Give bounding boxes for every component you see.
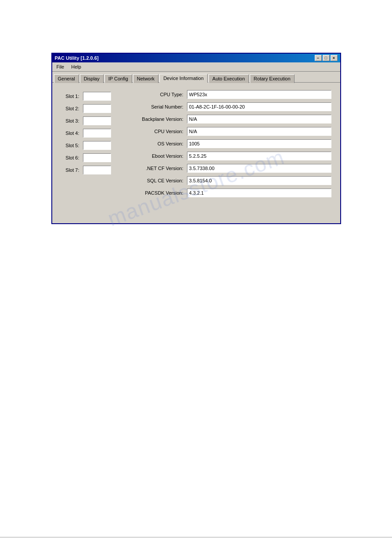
slots-column: Slot 1: Slot 2: Slot 3: Slot 4: Slot 5: (61, 90, 111, 198)
backplane-version-input[interactable] (187, 115, 331, 123)
info-column: CPU Type: Serial Number: Backplane Versi… (120, 90, 331, 198)
slot-2-input[interactable] (83, 104, 111, 113)
slot-5-input[interactable] (83, 141, 111, 150)
tab-device-information[interactable]: Device Information (159, 74, 208, 83)
info-row-pacsdk: PACSDK Version: (120, 188, 331, 198)
info-row-os: OS Version: (120, 139, 331, 149)
minimize-button[interactable]: − (315, 55, 322, 61)
os-version-input[interactable] (187, 139, 331, 148)
sqlce-version-input[interactable] (187, 176, 331, 185)
slot-row-4: Slot 4: (61, 128, 111, 138)
pacsdk-version-label: PACSDK Version: (120, 190, 183, 196)
cpu-version-label: CPU Version: (120, 129, 183, 134)
menu-help[interactable]: Help (68, 63, 84, 70)
title-bar: PAC Utility [1.2.0.6] − □ × (52, 54, 340, 62)
content-area: Slot 1: Slot 2: Slot 3: Slot 4: Slot 5: (52, 83, 340, 223)
serial-number-label: Serial Number: (120, 104, 183, 109)
slot-7-label: Slot 7: (61, 167, 79, 173)
dotnet-version-input[interactable] (187, 164, 331, 173)
cpu-type-input[interactable] (187, 90, 331, 99)
slot-row-5: Slot 5: (61, 141, 111, 150)
close-button[interactable]: × (331, 55, 338, 61)
slot-2-label: Slot 2: (61, 106, 79, 111)
slot-3-label: Slot 3: (61, 118, 79, 123)
title-bar-buttons: − □ × (315, 55, 338, 61)
eboot-version-label: Eboot Version: (120, 153, 183, 159)
cpu-version-input[interactable] (187, 127, 331, 136)
slot-1-label: Slot 1: (61, 94, 79, 99)
main-layout: Slot 1: Slot 2: Slot 3: Slot 4: Slot 5: (61, 90, 331, 198)
info-row-cpu-version: CPU Version: (120, 127, 331, 136)
bottom-separator (0, 537, 392, 537)
tab-auto-execution[interactable]: Auto Execution (209, 74, 249, 83)
info-row-serial: Serial Number: (120, 102, 331, 112)
slot-row-3: Slot 3: (61, 116, 111, 126)
cpu-type-label: CPU Type: (120, 92, 183, 97)
tab-ip-config[interactable]: IP Config (104, 74, 132, 83)
slot-row-6: Slot 6: (61, 153, 111, 163)
info-row-backplane: Backplane Version: (120, 114, 331, 124)
os-version-label: OS Version: (120, 141, 183, 146)
eboot-version-input[interactable] (187, 152, 331, 160)
pacsdk-version-input[interactable] (187, 189, 331, 197)
sqlce-version-label: SQL CE Version: (120, 178, 183, 183)
main-window: PAC Utility [1.2.0.6] − □ × File Help Ge… (51, 53, 341, 224)
tabs-row: General Display IP Config Network Device… (52, 72, 340, 83)
slot-row-1: Slot 1: (61, 91, 111, 101)
dotnet-version-label: .NET CF Version: (120, 166, 183, 171)
slot-1-input[interactable] (83, 92, 111, 101)
menu-bar: File Help (52, 62, 340, 72)
maximize-button[interactable]: □ (323, 55, 330, 61)
serial-number-input[interactable] (187, 102, 331, 111)
slot-6-label: Slot 6: (61, 155, 79, 160)
tab-network[interactable]: Network (133, 74, 158, 83)
slot-4-label: Slot 4: (61, 131, 79, 136)
slot-6-input[interactable] (83, 153, 111, 162)
slot-row-7: Slot 7: (61, 165, 111, 175)
window-title: PAC Utility [1.2.0.6] (55, 55, 99, 61)
tab-display[interactable]: Display (80, 74, 104, 83)
info-row-cpu-type: CPU Type: (120, 90, 331, 99)
slot-7-input[interactable] (83, 166, 111, 174)
tab-rotary-execution[interactable]: Rotary Execution (250, 74, 295, 83)
info-row-sqlce: SQL CE Version: (120, 176, 331, 185)
info-row-eboot: Eboot Version: (120, 151, 331, 161)
slot-row-2: Slot 2: (61, 104, 111, 113)
slot-4-input[interactable] (83, 129, 111, 138)
backplane-version-label: Backplane Version: (120, 116, 183, 122)
menu-file[interactable]: File (54, 63, 67, 70)
slot-3-input[interactable] (83, 116, 111, 125)
tab-general[interactable]: General (54, 74, 79, 83)
info-row-dotnet: .NET CF Version: (120, 163, 331, 173)
slot-5-label: Slot 5: (61, 143, 79, 148)
